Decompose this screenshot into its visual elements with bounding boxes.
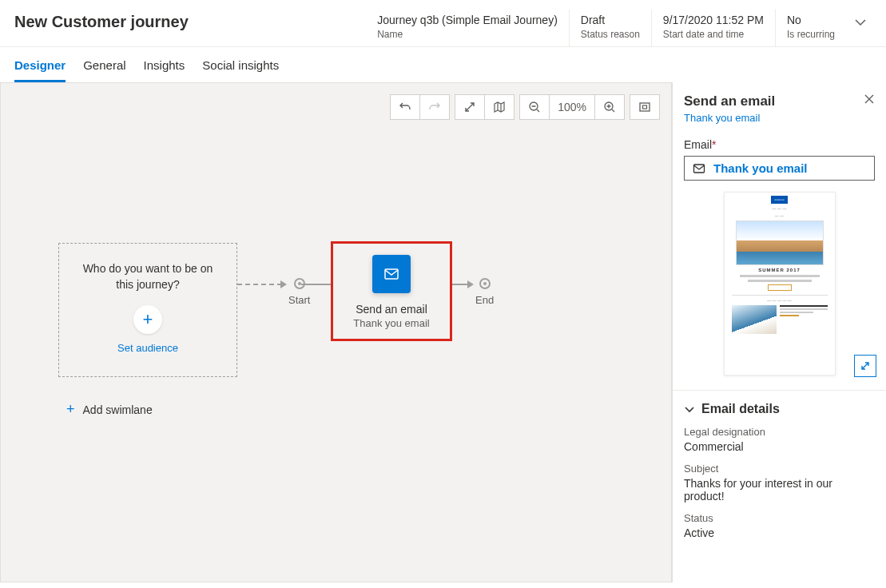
- tab-designer[interactable]: Designer: [14, 58, 66, 82]
- preview-text: — — — — —: [767, 298, 792, 303]
- audience-question: Who do you want to be on this journey?: [74, 261, 222, 292]
- meta-date-label: Start date and time: [663, 29, 764, 40]
- meta-status-label: Status reason: [581, 29, 640, 40]
- preview-text: — —: [775, 213, 784, 218]
- header-meta-group: Journey q3b (Simple Email Journey) Name …: [366, 10, 846, 46]
- panel-close-button[interactable]: [864, 93, 875, 105]
- panel-title: Send an email: [684, 93, 775, 109]
- meta-recurring-label: Is recurring: [787, 29, 835, 40]
- preview-text: [780, 308, 828, 310]
- preview-heading: SUMMER 2017: [758, 268, 801, 272]
- meta-recurring: No Is recurring: [775, 10, 846, 46]
- preview-text: [780, 315, 799, 316]
- tab-bar: Designer General Insights Social insight…: [0, 47, 886, 82]
- start-label: Start: [288, 294, 310, 306]
- preview-cta: [768, 284, 792, 291]
- set-audience-link[interactable]: Set audience: [74, 342, 222, 354]
- email-details-section-header[interactable]: Email details: [684, 391, 875, 416]
- email-lookup-value: Thank you email: [713, 161, 808, 175]
- subject-label: Subject: [684, 463, 875, 475]
- preview-secondary-image: [732, 305, 777, 334]
- legal-designation-value: Commercial: [684, 440, 875, 453]
- meta-recurring-value: No: [787, 13, 835, 27]
- legal-designation-label: Legal designation: [684, 426, 875, 438]
- email-tile-selected[interactable]: Send an email Thank you email: [331, 241, 452, 341]
- preview-text: — — —: [773, 206, 787, 211]
- panel-record-link[interactable]: Thank you email: [684, 112, 775, 124]
- tab-insights[interactable]: Insights: [144, 58, 185, 82]
- meta-name: Journey q3b (Simple Email Journey) Name: [366, 10, 569, 46]
- connector-solid: [451, 284, 469, 285]
- chevron-down-icon: [854, 16, 867, 29]
- audience-placeholder-card[interactable]: Who do you want to be on this journey? +…: [58, 243, 237, 377]
- plus-icon: +: [66, 401, 75, 418]
- mail-icon: [383, 265, 400, 283]
- svg-rect-4: [385, 269, 398, 279]
- email-field-label: Email*: [684, 138, 875, 151]
- expand-diagonal-icon: [860, 360, 871, 371]
- preview-divider: [732, 295, 828, 296]
- page-title: New Customer journey: [14, 10, 366, 31]
- node-dot-icon: [479, 278, 491, 289]
- status-label: Status: [684, 512, 875, 524]
- email-tile: [372, 255, 411, 293]
- meta-name-label: Name: [377, 29, 558, 40]
- connector-solid: [301, 284, 332, 285]
- meta-start-date: 9/17/2020 11:52 PM Start date and time: [651, 10, 775, 46]
- email-tile-title: Send an email: [340, 303, 443, 316]
- email-thumbnail[interactable]: ▫▫▫▫▫▫▫ — — — — — SUMMER 2017 — — — — —: [724, 192, 836, 375]
- subject-value: Thanks for your interest in our product!: [684, 477, 875, 503]
- expand-preview-button[interactable]: [854, 355, 876, 377]
- meta-date-value: 9/17/2020 11:52 PM: [663, 13, 764, 27]
- status-value: Active: [684, 526, 875, 539]
- email-details-title: Email details: [701, 402, 780, 416]
- email-tile-subtitle: Thank you email: [340, 317, 443, 329]
- end-node: End: [475, 278, 494, 306]
- properties-panel: Send an email Thank you email Email* Tha…: [672, 82, 886, 582]
- designer-canvas[interactable]: 100% Who do you want to be on this journ…: [0, 82, 672, 582]
- close-icon: [864, 93, 875, 105]
- email-preview: ▫▫▫▫▫▫▫ — — — — — SUMMER 2017 — — — — —: [684, 192, 875, 375]
- meta-status-value: Draft: [581, 13, 640, 27]
- preview-filename-bar: ▫▫▫▫▫▫▫: [771, 196, 787, 204]
- preview-text: [748, 280, 812, 282]
- meta-status-reason: Draft Status reason: [569, 10, 651, 46]
- add-audience-button[interactable]: +: [133, 305, 162, 334]
- preview-hero-image: [736, 220, 824, 265]
- add-swimlane-label: Add swimlane: [83, 403, 153, 416]
- svg-rect-5: [694, 165, 705, 173]
- end-label: End: [475, 294, 494, 306]
- add-swimlane-button[interactable]: + Add swimlane: [66, 401, 153, 418]
- start-node: Start: [288, 278, 310, 306]
- arrow-icon: [280, 280, 287, 288]
- connector-dashed: [237, 284, 282, 285]
- tab-social-insights[interactable]: Social insights: [202, 58, 279, 82]
- tab-general[interactable]: General: [83, 58, 125, 82]
- mail-icon: [693, 162, 705, 175]
- arrow-icon: [467, 280, 474, 288]
- meta-name-value: Journey q3b (Simple Email Journey): [377, 13, 558, 27]
- email-lookup-field[interactable]: Thank you email: [684, 156, 875, 181]
- preview-text: [780, 312, 813, 313]
- header-expand-chevron[interactable]: [846, 10, 872, 29]
- preview-text: [740, 275, 820, 277]
- chevron-down-icon: [684, 403, 695, 415]
- plus-icon: +: [143, 309, 153, 330]
- preview-text: [780, 305, 828, 307]
